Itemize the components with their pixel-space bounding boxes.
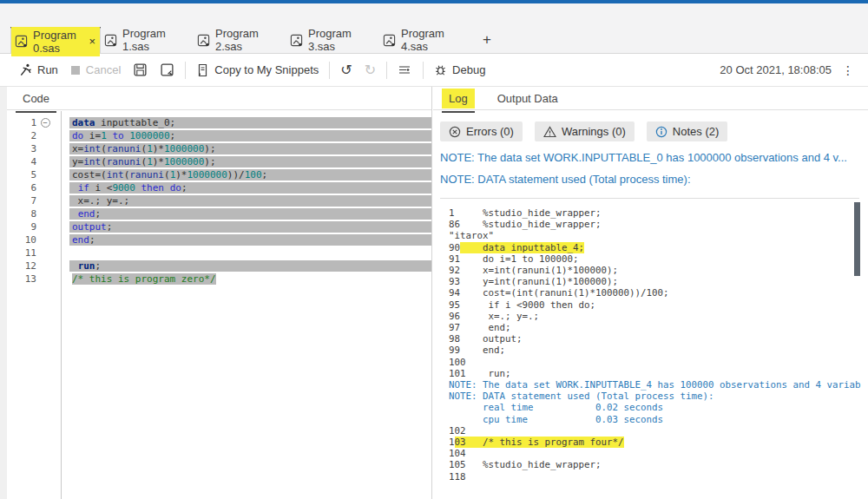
tab-inner: Program 4.sas	[379, 25, 472, 55]
copy-to-snippets-label: Copy to My Snippets	[214, 63, 319, 76]
tab-inner: Program 1.sas	[101, 25, 194, 55]
line-number: 10	[7, 234, 36, 246]
debug-label: Debug	[452, 63, 485, 76]
code-tab-label: Code	[23, 92, 49, 105]
errors-filter-badge[interactable]: Errors (0)	[440, 121, 523, 141]
editor-toolbar: Run Cancel	[0, 54, 868, 87]
tab-label: Program 4.sas	[401, 27, 469, 53]
save-button[interactable]	[133, 62, 148, 77]
undo-button[interactable]: ↺	[340, 63, 352, 77]
notes-badge-label: Notes (2)	[673, 125, 719, 138]
sas-program-icon	[197, 34, 210, 47]
log-line: 86 %studio_hide_wrapper;	[449, 219, 856, 230]
code-editor[interactable]: 1−data inputtable_0;2do i=1 to 1000000;3…	[7, 111, 431, 499]
sas-program-icon	[15, 35, 28, 48]
code-line: 11	[7, 246, 431, 259]
new-program-tab-button[interactable]: +	[472, 27, 502, 53]
redo-button[interactable]: ↻	[365, 63, 376, 77]
log-line: 100	[449, 357, 856, 368]
fold-collapse-icon[interactable]: −	[41, 118, 50, 128]
log-line: 105 %studio_hide_wrapper;	[449, 459, 856, 470]
log-line: 101 run;	[449, 368, 856, 379]
save-as-icon	[160, 62, 174, 77]
sas-program-icon	[104, 34, 117, 47]
tab-program-0-sas[interactable]: Program 0.sas×	[10, 27, 101, 54]
save-as-button[interactable]	[160, 62, 174, 77]
note-summary-line-1: NOTE: The data set WORK.INPUTTABLE_0 has…	[440, 147, 868, 168]
tab-code[interactable]: Code	[16, 89, 56, 108]
tab-label: Program 1.sas	[122, 27, 190, 53]
copy-to-snippets-button[interactable]: Copy to My Snippets	[196, 63, 319, 77]
tab-label: Program 2.sas	[215, 27, 283, 53]
line-number: 11	[7, 247, 36, 259]
tab-program-3-sas[interactable]: Program 3.sas	[286, 27, 379, 53]
run-label: Run	[37, 63, 58, 76]
log-message-filters: Errors (0) Warnings (0) Notes (2)	[440, 121, 868, 141]
code-line: 3x=int(ranuni(1)*1000000);	[7, 142, 431, 155]
format-code-button[interactable]	[398, 63, 412, 76]
notes-filter-badge[interactable]: Notes (2)	[647, 121, 727, 141]
log-pane: Log Output Data Errors (0) Warni	[433, 87, 868, 499]
sas-studio-window: Program 0.sas×Program 1.sasProgram 2.sas…	[0, 0, 868, 499]
log-line: 96 x=.; y=.;	[449, 311, 856, 322]
code-line: 5cost=(int(ranuni(1)*1000000))/100;	[7, 168, 431, 181]
app-header-bar	[0, 3, 868, 28]
log-line: 92 x=int(ranuni(1)*100000);	[449, 265, 856, 276]
snippet-icon	[196, 63, 209, 77]
log-scrollbar-thumb[interactable]	[854, 202, 860, 276]
left-edge-strip	[0, 87, 7, 499]
editor-subtab-row: Code	[7, 87, 431, 110]
line-number: 8	[7, 208, 36, 220]
tab-inner: Program 3.sas	[286, 25, 379, 55]
code-line: 6 if i <9000 then do;	[7, 181, 431, 194]
log-line: "itarox"	[449, 230, 856, 241]
code-line: 7 x=.; y=.;	[7, 194, 431, 207]
tab-log[interactable]: Log	[442, 89, 475, 108]
code-line: 10end;	[7, 233, 431, 246]
log-line: NOTE: The data set WORK.INPUTTABLE_4 has…	[449, 379, 856, 391]
more-options-kebab-icon[interactable]: ⋮	[842, 63, 854, 77]
log-line: 1 %studio_hide_wrapper;	[449, 207, 856, 219]
line-number: 4	[7, 156, 36, 167]
sas-program-icon	[383, 34, 396, 47]
sas-program-icon	[290, 34, 303, 47]
line-number: 12	[7, 260, 36, 272]
warnings-filter-badge[interactable]: Warnings (0)	[535, 121, 635, 141]
run-icon	[19, 63, 32, 76]
tab-program-2-sas[interactable]: Program 2.sas	[194, 27, 286, 53]
log-text: 1 %studio_hide_wrapper;86 %studio_hide_w…	[433, 202, 868, 496]
log-line: 98 output;	[449, 333, 856, 345]
log-line: 103 /* this is program four*/	[449, 437, 856, 448]
log-line: 102	[449, 425, 856, 437]
log-line: 91 do i=1 to 100000;	[449, 253, 856, 265]
tab-inner: Program 0.sas×	[11, 27, 100, 56]
code-line: 8 end;	[7, 207, 431, 220]
log-tab-label: Log	[449, 92, 468, 105]
save-icon	[133, 62, 148, 77]
line-number: 3	[7, 143, 36, 154]
cancel-label: Cancel	[86, 63, 121, 76]
tab-label: Program 3.sas	[308, 27, 376, 53]
code-line: 12 run;	[7, 259, 431, 272]
format-code-icon	[398, 63, 412, 76]
line-number: 9	[7, 221, 36, 233]
undo-icon: ↺	[340, 63, 352, 77]
log-divider	[440, 198, 859, 199]
code-line: 13/* this is program zero*/	[7, 272, 431, 286]
log-line: 90 data inputtable_4;	[449, 242, 856, 253]
line-number: 7	[7, 195, 36, 207]
cancel-button[interactable]: Cancel	[70, 63, 121, 76]
session-timestamp: 20 Oct 2021, 18:08:05	[720, 63, 832, 76]
run-button[interactable]: Run	[19, 63, 58, 76]
close-icon[interactable]: ×	[88, 36, 96, 47]
debug-button[interactable]: Debug	[434, 63, 485, 76]
log-line: 94 cost=(int(ranuni(1)*100000))/100;	[449, 287, 856, 299]
tab-program-1-sas[interactable]: Program 1.sas	[101, 27, 194, 53]
tab-output-data[interactable]: Output Data	[490, 89, 565, 108]
note-info-icon	[655, 126, 667, 138]
log-line: real time 0.02 seconds	[449, 402, 856, 413]
warnings-badge-label: Warnings (0)	[562, 125, 626, 138]
program-tab-bar: Program 0.sas×Program 1.sasProgram 2.sas…	[0, 28, 868, 54]
tab-program-4-sas[interactable]: Program 4.sas	[379, 27, 472, 53]
warning-icon	[543, 126, 556, 138]
